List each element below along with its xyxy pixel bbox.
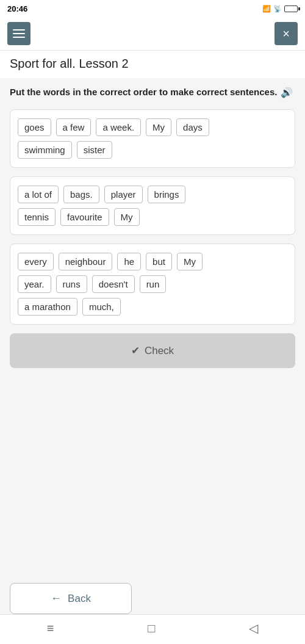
word-row: goes a few a week. My days	[18, 118, 287, 136]
word-row: a lot of bags. player brings	[18, 186, 287, 203]
close-button[interactable]: ×	[274, 22, 298, 45]
word-chip[interactable]: tennis	[18, 208, 56, 226]
instruction: Put the words in the correct order to ma…	[10, 85, 295, 99]
word-chip[interactable]: run	[140, 275, 167, 293]
check-button[interactable]: ✔ Check	[10, 333, 295, 368]
word-row: a marathon much,	[18, 298, 287, 316]
nav-home-icon[interactable]: □	[148, 621, 155, 635]
word-row: swimming sister	[18, 141, 287, 159]
bottom-nav: ≡ □ ◁	[0, 614, 305, 644]
word-chip[interactable]: a week.	[96, 118, 141, 136]
status-bar: 20:46 📶 📡	[0, 0, 305, 17]
word-chip[interactable]: goes	[18, 118, 51, 136]
word-group-1: goes a few a week. My days swimming sist…	[10, 109, 295, 168]
word-chip[interactable]: bags.	[63, 186, 99, 203]
battery-icon	[284, 5, 298, 12]
hamburger-line	[13, 37, 25, 38]
word-chip[interactable]: but	[146, 253, 172, 270]
word-group-2: a lot of bags. player brings tennis favo…	[10, 176, 295, 235]
status-right: 📶 📡	[262, 5, 298, 13]
word-chip[interactable]: days	[176, 118, 209, 136]
word-chip[interactable]: every	[18, 253, 54, 270]
speaker-icon[interactable]: 🔊	[281, 86, 293, 99]
word-row: tennis favourite My	[18, 208, 287, 226]
main-content: Put the words in the correct order to ma…	[0, 78, 305, 572]
word-chip[interactable]: a marathon	[18, 298, 77, 316]
word-chip[interactable]: runs	[56, 275, 87, 293]
nav-menu-icon[interactable]: ≡	[47, 621, 54, 635]
word-chip[interactable]: a few	[56, 118, 92, 136]
word-chip[interactable]: My	[114, 208, 140, 226]
back-label: Back	[68, 593, 91, 605]
hamburger-line	[13, 33, 25, 34]
word-chip[interactable]: sister	[77, 141, 112, 159]
word-row: every neighbour he but My	[18, 253, 287, 270]
word-chip[interactable]: swimming	[18, 141, 72, 159]
check-label: Check	[145, 345, 174, 357]
word-chip[interactable]: he	[117, 253, 141, 270]
instruction-text: Put the words in the correct order to ma…	[10, 85, 277, 98]
word-chip[interactable]: a lot of	[18, 186, 59, 203]
word-chip[interactable]: much,	[82, 298, 121, 316]
word-chip[interactable]: neighbour	[59, 253, 113, 270]
back-button[interactable]: ← Back	[10, 583, 132, 614]
wifi-icon: 📡	[273, 5, 282, 13]
word-row: year. runs doesn't run	[18, 275, 287, 293]
lesson-title: Sport for all. Lesson 2	[10, 57, 295, 71]
hamburger-button[interactable]	[7, 22, 30, 45]
header: ×	[0, 17, 305, 51]
signal-icon: 📶	[262, 5, 271, 13]
hamburger-line	[13, 29, 25, 31]
word-group-3: every neighbour he but My year. runs doe…	[10, 244, 295, 325]
check-icon: ✔	[131, 344, 140, 357]
word-chip[interactable]: brings	[148, 186, 186, 203]
word-chip[interactable]: player	[104, 186, 143, 203]
status-time: 20:46	[7, 4, 27, 13]
word-chip[interactable]: year.	[18, 275, 51, 293]
word-chip[interactable]: favourite	[60, 208, 109, 226]
nav-back-icon[interactable]: ◁	[249, 621, 258, 635]
back-arrow-icon: ←	[51, 592, 62, 605]
word-chip[interactable]: doesn't	[92, 275, 135, 293]
word-chip[interactable]: My	[146, 118, 171, 136]
word-chip[interactable]: My	[177, 253, 203, 270]
title-bar: Sport for all. Lesson 2	[0, 51, 305, 78]
